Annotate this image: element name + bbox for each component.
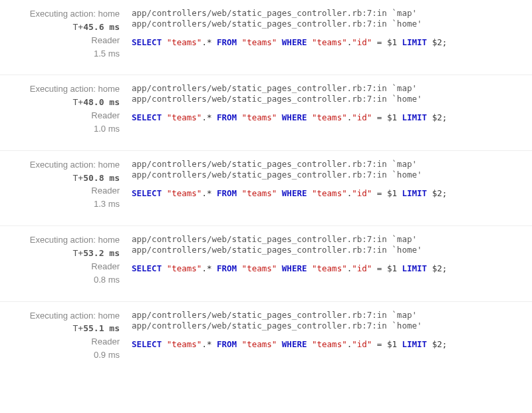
- sql-keyword: FROM: [217, 188, 237, 198]
- sql-keyword: WHERE: [282, 112, 307, 122]
- sql-punct: ;: [442, 188, 448, 198]
- sql-literal: $1: [387, 37, 397, 47]
- sql-punct: =: [377, 188, 382, 198]
- timestamp: T+45.6 ms: [0, 21, 120, 34]
- stack-trace[interactable]: app/controllers/web/static_pages_control…: [132, 83, 532, 104]
- sql-string: "id": [352, 37, 372, 47]
- sql-keyword: WHERE: [282, 339, 307, 349]
- sql-string: "teams": [312, 37, 347, 47]
- sql-keyword: FROM: [217, 263, 237, 273]
- db-role: Reader: [0, 335, 120, 348]
- action-label: Executing action: home: [0, 234, 120, 247]
- sql-keyword: WHERE: [282, 263, 307, 273]
- sql-literal: $1: [387, 263, 397, 273]
- duration: 1.0 ms: [0, 122, 120, 136]
- sql-keyword: LIMIT: [402, 188, 428, 198]
- sql-keyword: FROM: [217, 37, 237, 47]
- trace-entry[interactable]: Executing action: home T+45.6 ms Reader …: [0, 0, 532, 75]
- sql-literal: $2: [432, 263, 442, 273]
- sql-string: "teams": [312, 263, 347, 273]
- action-label: Executing action: home: [0, 83, 120, 96]
- sql-string: "teams": [167, 339, 202, 349]
- db-role: Reader: [0, 34, 120, 47]
- sql-literal: $2: [432, 339, 442, 349]
- action-label: Executing action: home: [0, 159, 120, 172]
- sql-string: "teams": [242, 37, 277, 47]
- stack-trace[interactable]: app/controllers/web/static_pages_control…: [132, 8, 532, 29]
- sql-string: "teams": [312, 112, 347, 122]
- sql-string: "teams": [167, 37, 202, 47]
- action-label: Executing action: home: [0, 8, 120, 21]
- sql-punct: .*: [201, 263, 211, 273]
- sql-string: "id": [352, 339, 372, 349]
- sql-string: "teams": [242, 339, 277, 349]
- sql-punct: .*: [201, 339, 211, 349]
- sql-string: "teams": [167, 263, 202, 273]
- trace-meta: Executing action: home T+48.0 ms Reader …: [0, 83, 132, 135]
- sql-string: "teams": [167, 112, 202, 122]
- trace-entry[interactable]: Executing action: home T+55.1 ms Reader …: [0, 302, 532, 376]
- sql-string: "teams": [167, 188, 202, 198]
- duration: 1.3 ms: [0, 198, 120, 211]
- db-role: Reader: [0, 184, 120, 198]
- trace-entry[interactable]: Executing action: home T+50.8 ms Reader …: [0, 151, 532, 226]
- sql-string: "teams": [242, 112, 277, 122]
- trace-body: app/controllers/web/static_pages_control…: [132, 310, 532, 362]
- sql-string: "teams": [242, 263, 277, 273]
- sql-punct: .*: [201, 188, 211, 198]
- sql-punct: .*: [201, 112, 211, 122]
- timestamp: T+55.1 ms: [0, 322, 120, 335]
- db-role: Reader: [0, 260, 120, 273]
- timestamp: T+53.2 ms: [0, 247, 120, 260]
- stack-trace[interactable]: app/controllers/web/static_pages_control…: [132, 159, 532, 180]
- sql-query[interactable]: SELECT "teams".* FROM "teams" WHERE "tea…: [132, 112, 532, 122]
- sql-punct: =: [377, 37, 382, 47]
- sql-keyword: SELECT: [132, 263, 162, 273]
- db-role: Reader: [0, 109, 120, 122]
- sql-punct: =: [377, 263, 382, 273]
- sql-string: "id": [352, 188, 372, 198]
- sql-punct: ;: [442, 263, 448, 273]
- sql-string: "teams": [312, 339, 347, 349]
- trace-entry[interactable]: Executing action: home T+53.2 ms Reader …: [0, 226, 532, 301]
- sql-keyword: SELECT: [132, 37, 162, 47]
- duration: 0.9 ms: [0, 348, 120, 362]
- sql-punct: .*: [201, 37, 211, 47]
- sql-keyword: LIMIT: [402, 37, 428, 47]
- sql-string: "id": [352, 112, 372, 122]
- sql-punct: ;: [442, 112, 448, 122]
- sql-string: "teams": [242, 188, 277, 198]
- sql-query[interactable]: SELECT "teams".* FROM "teams" WHERE "tea…: [132, 263, 532, 273]
- sql-keyword: FROM: [217, 339, 237, 349]
- sql-string: "teams": [312, 188, 347, 198]
- sql-punct: =: [377, 112, 382, 122]
- sql-literal: $1: [387, 339, 397, 349]
- sql-query[interactable]: SELECT "teams".* FROM "teams" WHERE "tea…: [132, 339, 532, 349]
- sql-literal: $1: [387, 188, 397, 198]
- sql-literal: $2: [432, 188, 442, 198]
- action-label: Executing action: home: [0, 310, 120, 323]
- trace-body: app/controllers/web/static_pages_control…: [132, 159, 532, 211]
- sql-keyword: LIMIT: [402, 263, 428, 273]
- duration: 0.8 ms: [0, 273, 120, 287]
- sql-literal: $2: [432, 37, 442, 47]
- sql-query[interactable]: SELECT "teams".* FROM "teams" WHERE "tea…: [132, 37, 532, 47]
- sql-query[interactable]: SELECT "teams".* FROM "teams" WHERE "tea…: [132, 188, 532, 198]
- stack-trace[interactable]: app/controllers/web/static_pages_control…: [132, 234, 532, 255]
- timestamp: T+50.8 ms: [0, 172, 120, 185]
- timestamp: T+48.0 ms: [0, 96, 120, 109]
- trace-body: app/controllers/web/static_pages_control…: [132, 83, 532, 135]
- sql-keyword: SELECT: [132, 339, 162, 349]
- sql-keyword: WHERE: [282, 188, 307, 198]
- trace-meta: Executing action: home T+55.1 ms Reader …: [0, 310, 132, 362]
- sql-keyword: WHERE: [282, 37, 307, 47]
- trace-meta: Executing action: home T+50.8 ms Reader …: [0, 159, 132, 211]
- query-trace-list: Executing action: home T+45.6 ms Reader …: [0, 0, 532, 376]
- sql-keyword: SELECT: [132, 188, 162, 198]
- trace-body: app/controllers/web/static_pages_control…: [132, 8, 532, 60]
- sql-punct: =: [377, 339, 382, 349]
- trace-entry[interactable]: Executing action: home T+48.0 ms Reader …: [0, 75, 532, 150]
- stack-trace[interactable]: app/controllers/web/static_pages_control…: [132, 310, 532, 331]
- trace-meta: Executing action: home T+45.6 ms Reader …: [0, 8, 132, 60]
- duration: 1.5 ms: [0, 47, 120, 61]
